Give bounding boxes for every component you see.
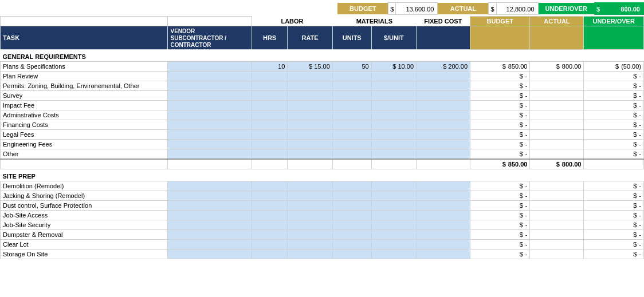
hrs-cell[interactable] [252, 149, 288, 160]
fixed-cost-cell[interactable] [417, 211, 470, 220]
rate-cell[interactable]: $ 15.00 [288, 62, 332, 72]
fixed-cost-cell[interactable] [417, 149, 470, 160]
rate-cell[interactable] [288, 191, 332, 201]
hrs-cell[interactable] [252, 201, 288, 211]
units-cell[interactable] [332, 250, 371, 259]
fixed-cost-cell[interactable]: $ 200.00 [417, 62, 470, 72]
hrs-cell[interactable] [252, 101, 288, 110]
units-cell[interactable] [332, 211, 371, 220]
fixed-cost-cell[interactable] [417, 220, 470, 230]
units-cell[interactable] [332, 240, 371, 250]
hrs-cell[interactable] [252, 120, 288, 130]
hrs-cell[interactable] [252, 250, 288, 259]
rate-cell[interactable] [288, 230, 332, 240]
fixed-cost-cell[interactable] [417, 250, 470, 259]
units-cell[interactable] [332, 120, 371, 130]
rate-cell[interactable] [288, 81, 332, 91]
fixed-cost-cell[interactable] [417, 201, 470, 211]
units-cell[interactable] [332, 81, 371, 91]
fixed-cost-cell[interactable] [417, 81, 470, 91]
unit-cost-cell[interactable] [371, 250, 416, 259]
hrs-cell[interactable] [252, 230, 288, 240]
hrs-cell[interactable] [252, 240, 288, 250]
unit-cost-cell[interactable] [371, 72, 416, 81]
vendor-cell[interactable] [168, 140, 252, 149]
hrs-cell[interactable] [252, 91, 288, 101]
fixed-cost-cell[interactable] [417, 191, 470, 201]
units-cell[interactable] [332, 130, 371, 140]
rate-cell[interactable] [288, 140, 332, 149]
unit-cost-cell[interactable] [371, 101, 416, 110]
rate-cell[interactable] [288, 91, 332, 101]
fixed-cost-cell[interactable] [417, 110, 470, 120]
vendor-cell[interactable] [168, 101, 252, 110]
units-cell[interactable] [332, 191, 371, 201]
units-cell[interactable] [332, 72, 371, 81]
vendor-cell[interactable] [168, 181, 252, 191]
unit-cost-cell[interactable] [371, 149, 416, 160]
rate-cell[interactable] [288, 250, 332, 259]
rate-cell[interactable] [288, 120, 332, 130]
unit-cost-cell[interactable] [371, 240, 416, 250]
fixed-cost-cell[interactable] [417, 130, 470, 140]
rate-cell[interactable] [288, 211, 332, 220]
vendor-cell[interactable] [168, 191, 252, 201]
vendor-cell[interactable] [168, 91, 252, 101]
hrs-cell[interactable] [252, 130, 288, 140]
vendor-cell[interactable] [168, 110, 252, 120]
fixed-cost-cell[interactable] [417, 72, 470, 81]
unit-cost-cell[interactable] [371, 211, 416, 220]
fixed-cost-cell[interactable] [417, 101, 470, 110]
hrs-cell[interactable] [252, 81, 288, 91]
units-cell[interactable] [332, 181, 371, 191]
hrs-cell[interactable] [252, 140, 288, 149]
hrs-cell[interactable] [252, 72, 288, 81]
units-cell[interactable] [332, 149, 371, 160]
unit-cost-cell[interactable] [371, 191, 416, 201]
hrs-cell[interactable] [252, 110, 288, 120]
vendor-cell[interactable] [168, 240, 252, 250]
hrs-cell[interactable] [252, 220, 288, 230]
vendor-cell[interactable] [168, 201, 252, 211]
vendor-cell[interactable] [168, 149, 252, 160]
units-cell[interactable] [332, 230, 371, 240]
units-cell[interactable] [332, 140, 371, 149]
unit-cost-cell[interactable] [371, 181, 416, 191]
units-cell[interactable] [332, 201, 371, 211]
vendor-cell[interactable] [168, 220, 252, 230]
unit-cost-cell[interactable] [371, 110, 416, 120]
vendor-cell[interactable] [168, 130, 252, 140]
fixed-cost-cell[interactable] [417, 91, 470, 101]
vendor-cell[interactable] [168, 72, 252, 81]
rate-cell[interactable] [288, 149, 332, 160]
fixed-cost-cell[interactable] [417, 181, 470, 191]
hrs-cell[interactable] [252, 181, 288, 191]
unit-cost-cell[interactable] [371, 230, 416, 240]
rate-cell[interactable] [288, 110, 332, 120]
unit-cost-cell[interactable] [371, 91, 416, 101]
unit-cost-cell[interactable] [371, 201, 416, 211]
vendor-cell[interactable] [168, 62, 252, 72]
unit-cost-cell[interactable]: $ 10.00 [371, 62, 416, 72]
fixed-cost-cell[interactable] [417, 240, 470, 250]
rate-cell[interactable] [288, 240, 332, 250]
units-cell[interactable] [332, 91, 371, 101]
vendor-cell[interactable] [168, 211, 252, 220]
vendor-cell[interactable] [168, 250, 252, 259]
unit-cost-cell[interactable] [371, 130, 416, 140]
rate-cell[interactable] [288, 72, 332, 81]
hrs-cell[interactable] [252, 211, 288, 220]
unit-cost-cell[interactable] [371, 120, 416, 130]
vendor-cell[interactable] [168, 81, 252, 91]
rate-cell[interactable] [288, 220, 332, 230]
fixed-cost-cell[interactable] [417, 120, 470, 130]
hrs-cell[interactable]: 10 [252, 62, 288, 72]
rate-cell[interactable] [288, 101, 332, 110]
vendor-cell[interactable] [168, 120, 252, 130]
units-cell[interactable] [332, 110, 371, 120]
fixed-cost-cell[interactable] [417, 230, 470, 240]
unit-cost-cell[interactable] [371, 81, 416, 91]
rate-cell[interactable] [288, 181, 332, 191]
units-cell[interactable]: 50 [332, 62, 371, 72]
rate-cell[interactable] [288, 130, 332, 140]
